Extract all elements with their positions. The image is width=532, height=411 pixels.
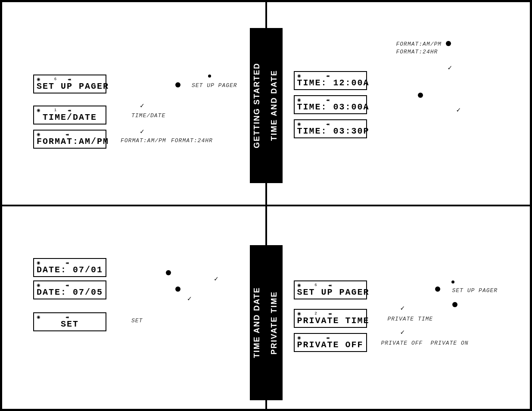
motorola-icon [37,77,43,81]
lcd-set-up-pager: 6 SET UP PAGER [294,280,367,299]
check-icon: ✓ [401,304,405,312]
bullet-icon [166,270,171,275]
lcd-text: PRIVATE OFF [297,340,364,350]
lcd-private-time: 2 PRIVATE TIME [294,309,367,328]
lcd-set: SET [33,312,106,331]
bullet-icon [452,302,457,307]
lcd-set-up-pager: 6 SET UP PAGER [33,75,106,93]
check-icon: ✓ [214,274,218,283]
section-tab-private-time: PRIVATE TIME [267,245,283,400]
lcd-time-0300a: TIME: 03:00A [294,95,367,114]
motorola-icon [297,311,304,316]
check-icon: ✓ [140,127,144,136]
sound-icon [68,77,70,81]
sound-icon [65,283,68,287]
lcd-date-0705: DATE: 07/05 [33,280,106,299]
sound-icon [326,73,329,78]
sound-icon [326,97,329,102]
lcd-index: 2 [315,311,317,315]
lcd-time-date: 1 TIME/DATE [33,106,106,125]
label-format-ampm: FORMAT:AM/PM [396,41,442,47]
bullet-icon [418,93,423,98]
sound-icon [326,121,329,126]
bullet-icon [175,82,180,87]
lcd-text: FORMAT:AM/PM [37,137,103,147]
sound-icon [68,108,70,112]
motorola-icon [297,121,304,126]
lcd-time-1200a: TIME: 12:00A [294,71,367,90]
check-icon: ✓ [401,328,405,336]
motorola-icon [37,132,43,137]
lcd-text: PRIVATE TIME [297,316,364,326]
label-private-on: PRIVATE ON [431,340,469,346]
motorola-icon [297,283,304,287]
lcd-format-ampm: FORMAT:AM/PM [33,130,106,149]
bullet-icon [175,286,180,292]
lcd-text: TIME: 03:00A [297,102,364,112]
lcd-text: DATE: 07/05 [37,287,103,298]
sound-icon [328,311,331,316]
panel-time-and-date-1: TIME AND DATE TIME: 12:00A TIME: 03:00A … [266,1,531,206]
label-format-24hr: FORMAT:24HR [396,49,438,55]
lcd-time-0330p: TIME: 03:30P [294,119,367,138]
label-private-off: PRIVATE OFF [381,340,423,346]
label-time-date: TIME/DATE [131,112,165,119]
label-format-ampm: FORMAT:AM/PM [121,137,166,144]
sound-icon [65,260,68,265]
label-set: SET [131,318,143,324]
lcd-date-0701: DATE: 07/01 [33,258,106,277]
section-tab-time-and-date: TIME AND DATE [267,28,283,183]
panel-time-and-date-2: TIME AND DATE DATE: 07/01 DATE: 07/05 SE… [1,206,266,410]
bullet-icon [451,280,454,283]
label-private-time: PRIVATE TIME [388,316,433,322]
check-icon: ✓ [140,101,144,110]
sound-icon [326,335,329,340]
lcd-index: 6 [54,77,56,81]
check-icon: ✓ [187,294,192,303]
lcd-index: 6 [315,283,317,287]
panel-private-time: PRIVATE TIME 6 SET UP PAGER 2 PRIVATE TI… [266,206,531,410]
motorola-icon [297,335,304,340]
lcd-text: TIME/DATE [37,112,103,123]
sound-icon [328,283,331,287]
lcd-text: TIME: 12:00A [297,78,364,88]
section-tab-getting-started: GETTING STARTED [250,28,265,183]
panel-getting-started: GETTING STARTED 6 SET UP PAGER 1 TIME/DA… [1,1,266,206]
lcd-text: DATE: 07/01 [37,265,103,275]
bullet-icon [446,41,451,46]
check-icon: ✓ [457,106,461,114]
motorola-icon [37,260,43,265]
section-tab-time-and-date: TIME AND DATE [250,245,265,400]
label-set-up-pager: SET UP PAGER [452,287,498,294]
lcd-text: SET UP PAGER [37,81,103,92]
sound-icon [65,314,68,319]
label-set-up-pager: SET UP PAGER [192,82,237,89]
lcd-text: TIME: 03:30P [297,126,364,137]
manual-page-grid: GETTING STARTED 6 SET UP PAGER 1 TIME/DA… [0,0,532,411]
bullet-icon [435,286,440,292]
motorola-icon [37,314,43,319]
motorola-icon [297,97,304,102]
label-format-24hr: FORMAT:24HR [171,137,213,144]
lcd-index: 1 [54,108,56,112]
check-icon: ✓ [448,63,452,72]
lcd-private-off: PRIVATE OFF [294,333,367,352]
lcd-text: SET [37,319,103,330]
motorola-icon [37,108,43,112]
motorola-icon [37,283,43,287]
sound-icon [65,132,68,137]
bullet-icon [208,75,211,78]
lcd-text: SET UP PAGER [297,287,364,298]
motorola-icon [297,73,304,78]
